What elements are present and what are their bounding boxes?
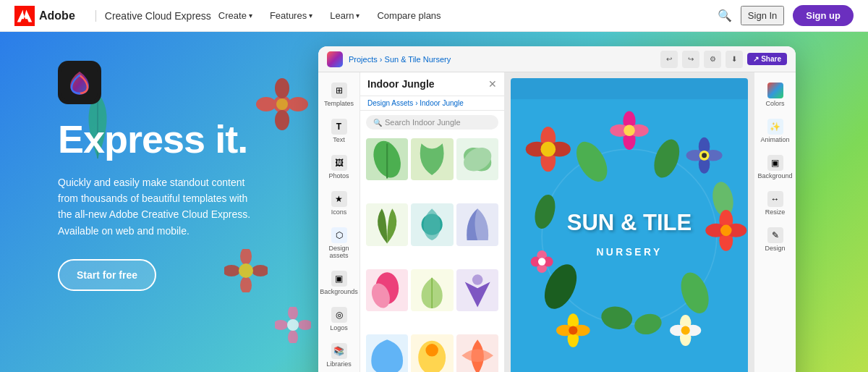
close-icon[interactable]: ✕ — [488, 78, 497, 90]
mockup-center-panel: Indoor Jungle ✕ Design Assets › Indoor J… — [360, 72, 505, 372]
animation-label: Animation — [760, 136, 789, 143]
template-thumb[interactable] — [366, 334, 408, 372]
template-thumb[interactable] — [411, 138, 453, 180]
mockup-body: ⊞ Templates T Text 🖼 Photos ★ Icons ⬡ — [318, 72, 796, 372]
template-thumb[interactable] — [456, 334, 498, 372]
svg-point-13 — [288, 330, 298, 343]
tool-photos[interactable]: 🖼 Photos — [321, 151, 357, 184]
tool-libraries[interactable]: 📚 Libraries — [321, 339, 357, 372]
flower-decor-3 — [275, 307, 311, 343]
product-name: Creative Cloud Express — [95, 10, 211, 22]
chevron-down-icon: ▾ — [249, 12, 252, 20]
svg-point-47 — [702, 153, 707, 158]
center-panel-breadcrumb: Design Assets › Indoor Jungle — [360, 96, 504, 111]
mockup-canvas: SUN & TILE NURSERY — [505, 72, 754, 372]
template-thumb[interactable] — [366, 269, 408, 311]
mockup-topbar: Projects › Sun & Tile Nursery ↩ ↪ ⚙ ⬇ ↗ … — [318, 46, 796, 72]
template-thumb[interactable] — [366, 138, 408, 180]
adobe-logo-icon — [14, 6, 35, 26]
template-thumb[interactable] — [411, 203, 453, 245]
tool-icons[interactable]: ★ Icons — [321, 187, 357, 220]
animation-icon: ✨ — [767, 119, 783, 135]
nav-create[interactable]: Create ▾ — [211, 0, 260, 32]
svg-point-5 — [288, 97, 308, 111]
share-icon: ↗ — [753, 55, 759, 63]
icons-icon: ★ — [331, 191, 347, 207]
nav-learn[interactable]: Learn ▾ — [323, 0, 367, 32]
svg-point-27 — [472, 274, 483, 285]
svg-point-29 — [426, 344, 438, 356]
mockup-app-logo — [327, 51, 343, 67]
chevron-down-icon: ▾ — [309, 12, 312, 20]
resize-label: Resize — [765, 208, 786, 216]
tool-photos-label: Photos — [328, 172, 349, 179]
hero-tagline: Express it. — [58, 119, 289, 160]
nav-features[interactable]: Features ▾ — [263, 0, 320, 32]
search-icon: 🔍 — [373, 119, 382, 127]
design-icon: ✎ — [767, 227, 783, 243]
tool-design-assets[interactable]: ⬡ Design assets — [321, 223, 357, 263]
right-tool-colors[interactable]: Colors — [757, 78, 793, 111]
template-thumb[interactable] — [456, 203, 498, 245]
template-thumb[interactable] — [411, 334, 453, 372]
nav-actions: 🔍 Sign In Sign up — [718, 5, 854, 26]
sign-in-button[interactable]: Sign In — [741, 6, 784, 25]
svg-text:NURSERY: NURSERY — [596, 246, 662, 258]
undo-button[interactable]: ↩ — [660, 51, 678, 68]
sign-up-button[interactable]: Sign up — [793, 5, 854, 26]
photos-icon: 🖼 — [331, 155, 347, 171]
app-mockup: Projects › Sun & Tile Nursery ↩ ↪ ⚙ ⬇ ↗ … — [318, 46, 796, 372]
svg-point-12 — [288, 307, 298, 320]
resize-icon: ↔ — [767, 191, 783, 207]
libraries-icon: 📚 — [331, 343, 347, 359]
template-thumb[interactable] — [456, 269, 498, 311]
hero-section: Express it. Quickly and easily make stan… — [0, 32, 868, 372]
tool-libraries-label: Libraries — [326, 360, 352, 368]
tool-text-label: Text — [333, 136, 345, 143]
tool-text[interactable]: T Text — [321, 114, 357, 148]
right-tool-resize[interactable]: ↔ Resize — [757, 187, 793, 220]
mockup-left-panel: ⊞ Templates T Text 🖼 Photos ★ Icons ⬡ — [318, 72, 360, 372]
center-panel-title: Indoor Jungle — [367, 78, 435, 90]
colors-icon — [767, 83, 783, 98]
design-assets-icon: ⬡ — [331, 227, 347, 243]
share-button[interactable]: ↗ Share — [747, 53, 787, 65]
svg-point-56 — [720, 225, 732, 237]
tool-templates-label: Templates — [324, 100, 354, 107]
backgrounds-icon: ▣ — [331, 271, 347, 287]
svg-point-70 — [681, 326, 690, 334]
right-tool-animation[interactable]: ✨ Animation — [757, 114, 793, 148]
svg-point-15 — [298, 320, 311, 330]
chevron-down-icon: ▾ — [356, 12, 359, 20]
hero-description: Quickly and easily make standout content… — [58, 174, 260, 240]
search-icon[interactable]: 🔍 — [718, 9, 732, 22]
tool-backgrounds[interactable]: ▣ Backgrounds — [321, 266, 357, 300]
tool-templates[interactable]: ⊞ Templates — [321, 78, 357, 111]
background-label: Background — [757, 172, 792, 179]
svg-point-41 — [624, 124, 635, 136]
tool-icons-label: Icons — [331, 208, 347, 216]
download-button[interactable]: ⬇ — [726, 51, 743, 68]
template-grid — [360, 134, 504, 372]
mockup-breadcrumb: Projects › Sun & Tile Nursery — [349, 55, 451, 64]
tool-logos[interactable]: ◎ Logos — [321, 303, 357, 336]
center-panel-search[interactable]: 🔍 Search Indoor Jungle — [366, 115, 498, 130]
template-thumb[interactable] — [456, 138, 498, 180]
background-icon: ▣ — [767, 155, 783, 171]
svg-point-75 — [538, 258, 545, 265]
mockup-toolbar-icons: ↩ ↪ ⚙ ⬇ ↗ Share — [660, 51, 787, 68]
settings-button[interactable]: ⚙ — [704, 51, 721, 68]
adobe-logo[interactable]: Adobe — [14, 6, 75, 26]
template-thumb[interactable] — [366, 203, 408, 245]
nav-compare-plans[interactable]: Compare plans — [370, 0, 448, 32]
logos-icon: ◎ — [331, 307, 347, 323]
tool-backgrounds-label: Backgrounds — [320, 288, 358, 295]
svg-point-65 — [569, 326, 577, 334]
redo-button[interactable]: ↪ — [682, 51, 699, 68]
right-tool-background[interactable]: ▣ Background — [757, 151, 793, 184]
navigation: Adobe Creative Cloud Express Create ▾ Fe… — [0, 0, 868, 32]
right-tool-design[interactable]: ✎ Design — [757, 223, 793, 256]
template-thumb[interactable] — [411, 269, 453, 311]
start-free-button[interactable]: Start for free — [58, 259, 156, 291]
canvas-artwork: SUN & TILE NURSERY — [511, 78, 748, 372]
